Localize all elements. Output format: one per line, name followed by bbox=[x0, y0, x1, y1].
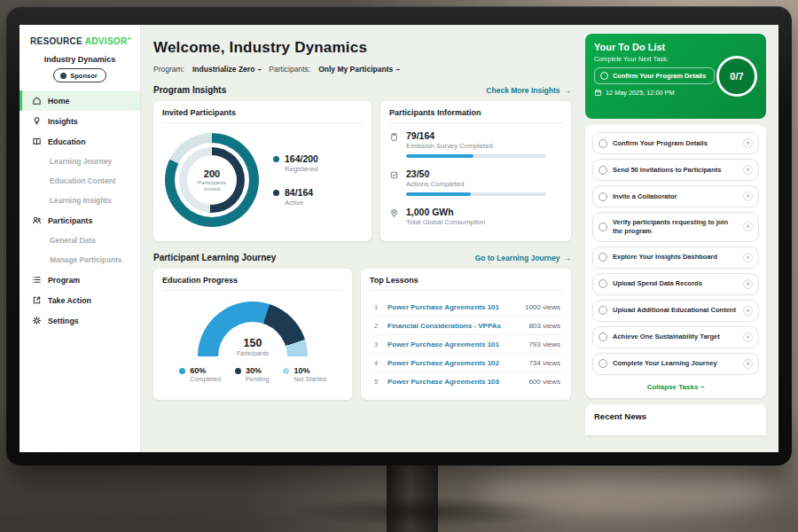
chevron-right-icon[interactable]: › bbox=[743, 306, 753, 316]
task-checkbox[interactable] bbox=[598, 223, 607, 231]
task-label: Complete Your Learning Journey bbox=[613, 359, 738, 368]
lesson-link[interactable]: Power Purchase Agreements 101 bbox=[387, 340, 521, 348]
recent-news-title: Recent News bbox=[594, 411, 646, 421]
go-to-learning-journey-link[interactable]: Go to Learning Journey → bbox=[475, 254, 571, 262]
legend-value: 60% bbox=[190, 366, 221, 375]
task-label: Confirm Your Program Details bbox=[613, 139, 738, 148]
stat-label: Emission Survey Completed bbox=[406, 142, 562, 150]
desk-highlight bbox=[479, 463, 771, 516]
take-action-icon bbox=[32, 295, 42, 305]
chevron-right-icon[interactable]: › bbox=[743, 165, 753, 175]
legend-label: Not Started bbox=[293, 375, 325, 383]
task-checkbox[interactable] bbox=[598, 253, 607, 262]
education-progress-card: Education Progress 150 Participants bbox=[153, 269, 352, 400]
sidebar-item-home[interactable]: Home bbox=[20, 90, 140, 111]
task-checkbox[interactable] bbox=[598, 139, 607, 148]
legend-label: Pending bbox=[246, 375, 269, 383]
sidebar-item-program[interactable]: Program bbox=[20, 270, 140, 290]
todo-task-row[interactable]: Explore Your Insights Dashboard › bbox=[592, 246, 759, 269]
task-checkbox[interactable] bbox=[598, 306, 607, 315]
chevron-right-icon[interactable]: › bbox=[743, 192, 753, 201]
lesson-link[interactable]: Power Purchase Agreements 102 bbox=[387, 359, 521, 367]
lesson-row: 3 Power Purchase Agreements 101 793 view… bbox=[370, 335, 562, 354]
sidebar-item-take-action[interactable]: Take Action bbox=[20, 290, 140, 310]
todo-task-row[interactable]: Upload Additional Educational Content › bbox=[592, 300, 759, 322]
sidebar: RESOURCE ADVISOR+ Industry Dynamics Spon… bbox=[20, 25, 141, 452]
sidebar-item-label: Education bbox=[48, 137, 86, 146]
insights-icon bbox=[32, 116, 42, 126]
next-task-label: Confirm Your Program Details bbox=[613, 72, 706, 80]
program-insights-header: Program Insights Check More Insights → bbox=[153, 85, 571, 95]
sponsor-badge[interactable]: Sponsor bbox=[53, 68, 106, 82]
sidebar-item-general-data[interactable]: General Data bbox=[20, 231, 140, 250]
filter-bar: Program: Industrialize Zero › Participan… bbox=[153, 65, 571, 74]
collapse-tasks-link[interactable]: Collapse Tasks › bbox=[592, 379, 759, 394]
todo-task-row[interactable]: Achieve One Sustainability Target › bbox=[592, 326, 759, 348]
program-filter-select[interactable]: Industrialize Zero › bbox=[192, 65, 261, 74]
sidebar-item-settings[interactable]: Settings bbox=[20, 310, 140, 331]
todo-task-row[interactable]: Confirm Your Program Details › bbox=[592, 132, 759, 154]
lesson-link[interactable]: Power Purchase Agreements 101 bbox=[387, 303, 518, 311]
sidebar-item-label: Take Action bbox=[48, 296, 91, 305]
legend-value: 30% bbox=[246, 366, 269, 375]
todo-task-row[interactable]: Verify participants requesting to join t… bbox=[592, 212, 759, 242]
legend-dot bbox=[283, 368, 289, 374]
task-checkbox[interactable] bbox=[598, 166, 607, 175]
sidebar-item-education-content[interactable]: Education Content bbox=[20, 171, 140, 191]
task-checkbox[interactable] bbox=[598, 192, 607, 201]
todo-task-row[interactable]: Send 50 Invitations to Participants › bbox=[592, 159, 759, 181]
sidebar-item-education[interactable]: Education bbox=[20, 131, 140, 152]
participants-information-card: Participants Information 79/164 Emission… bbox=[380, 101, 571, 241]
legend-value: 84/164 bbox=[285, 187, 313, 198]
sidebar-item-label: Insights bbox=[48, 117, 78, 126]
lesson-rank: 5 bbox=[372, 378, 380, 386]
sidebar-item-manage-participants[interactable]: Manage Participants bbox=[20, 250, 140, 270]
legend-dot bbox=[179, 368, 185, 374]
chevron-right-icon[interactable]: › bbox=[743, 253, 753, 262]
task-checkbox[interactable] bbox=[598, 332, 607, 341]
lesson-link[interactable]: Financial Considerations - VPPAs bbox=[387, 322, 521, 330]
lesson-link[interactable]: Power Purchase Agreements 103 bbox=[387, 378, 521, 386]
location-pin-icon bbox=[389, 208, 399, 218]
check-more-insights-link[interactable]: Check More Insights → bbox=[486, 86, 571, 95]
todo-task-row[interactable]: Complete Your Learning Journey › bbox=[592, 353, 759, 375]
legend-dot bbox=[235, 368, 241, 374]
main-content: Welcome, Industry Dynamics Program: Indu… bbox=[141, 25, 582, 452]
program-filter-label: Program: bbox=[153, 65, 184, 74]
task-checkbox[interactable] bbox=[598, 359, 607, 368]
todo-task-list: Confirm Your Program Details › Send 50 I… bbox=[585, 125, 766, 398]
program-filter-value: Industrialize Zero bbox=[192, 65, 254, 74]
task-label: Achieve One Sustainability Target bbox=[613, 332, 738, 341]
sidebar-item-learning-journey[interactable]: Learning Journey bbox=[20, 152, 140, 171]
emission-survey-progressbar bbox=[406, 154, 546, 158]
next-task-item[interactable]: Confirm Your Program Details bbox=[594, 67, 715, 84]
legend-label: Registered bbox=[285, 165, 318, 173]
todo-task-row[interactable]: Upload Spend Data Records › bbox=[592, 273, 759, 295]
org-name: Industry Dynamics bbox=[20, 55, 140, 64]
due-date-label: 12 May 2025, 12:00 PM bbox=[606, 89, 674, 97]
learning-journey-header: Participant Learning Journey Go to Learn… bbox=[153, 253, 571, 262]
chevron-right-icon[interactable]: › bbox=[743, 222, 753, 231]
dashboard-screen: RESOURCE ADVISOR+ Industry Dynamics Spon… bbox=[20, 25, 778, 452]
chevron-right-icon[interactable]: › bbox=[743, 279, 753, 289]
stat-value: 1,000 GWh bbox=[406, 207, 562, 217]
sidebar-item-label: Settings bbox=[48, 317, 79, 325]
participants-filter-select[interactable]: Only My Participants › bbox=[318, 65, 399, 74]
sidebar-item-participants[interactable]: Participants bbox=[20, 210, 140, 231]
donut-center-label: Participants Invited bbox=[193, 179, 231, 192]
sidebar-item-insights[interactable]: Insights bbox=[20, 111, 140, 131]
task-label: Upload Spend Data Records bbox=[613, 279, 738, 288]
stat-value: 23/50 bbox=[406, 168, 562, 179]
chevron-right-icon[interactable]: › bbox=[743, 138, 753, 148]
task-checkbox[interactable] bbox=[600, 72, 608, 80]
legend-item-active: 84/164 Active bbox=[273, 187, 318, 207]
invited-participants-card: Invited Participants 200 Participants In… bbox=[153, 101, 372, 241]
task-checkbox[interactable] bbox=[598, 279, 607, 288]
donut-center-value: 200 bbox=[204, 168, 220, 179]
lesson-row: 5 Power Purchase Agreements 103 600 view… bbox=[370, 372, 562, 390]
todo-task-row[interactable]: Invite a Collaborator › bbox=[592, 185, 759, 207]
stat-label: Actions Completed bbox=[406, 180, 562, 188]
chevron-right-icon[interactable]: › bbox=[743, 359, 753, 369]
chevron-right-icon[interactable]: › bbox=[743, 332, 753, 342]
sidebar-item-learning-insights[interactable]: Learning Insights bbox=[20, 191, 140, 210]
